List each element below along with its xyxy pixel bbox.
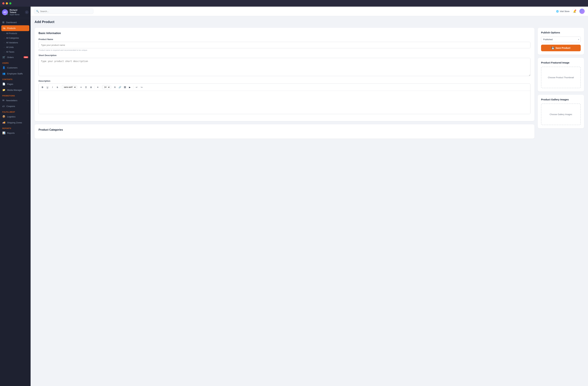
sidebar-item-all-products[interactable]: All Products [0, 31, 31, 36]
sidebar-item-label: Customers [7, 66, 28, 69]
strikethrough-button[interactable]: S̶ [55, 85, 60, 89]
save-icon: 💾 [551, 47, 554, 49]
search-icon: 🔍 [36, 10, 39, 13]
search-input[interactable] [40, 10, 91, 13]
save-product-button[interactable]: 💾 Save Product [541, 45, 581, 51]
sidebar-item-label: Shipping Zones [7, 121, 28, 124]
sidebar-header: RT Richard Toland Super Admin ‹ [0, 7, 31, 18]
page-body: Add Product Basic Information Product Na… [31, 16, 588, 143]
underline-button[interactable]: U [45, 85, 50, 89]
visit-store-link[interactable]: 🌐 Visit Store [556, 10, 569, 13]
sidebar-item-label: Dashboard [6, 21, 28, 24]
unordered-list-button[interactable]: ≡ [79, 85, 83, 89]
undo-button[interactable]: ↩ [134, 85, 139, 89]
notifications-button[interactable]: 🔔 [572, 9, 577, 14]
product-name-label: Product Name [39, 38, 530, 41]
user-avatar-top[interactable] [579, 9, 585, 14]
sidebar-item-all-taxes[interactable]: All Taxes [0, 50, 31, 54]
editor-body[interactable] [39, 91, 530, 114]
sidebar-item-label: Logistics [7, 115, 28, 118]
product-categories-card: Product Categories [35, 124, 534, 139]
featured-image-upload-label: Choose Product Thumbnail [548, 76, 574, 79]
pages-icon: 📄 [2, 83, 5, 86]
link-button[interactable]: 🔗 [118, 85, 122, 89]
sidebar-item-employee-staffs[interactable]: 👥 Employee Staffs [0, 71, 31, 77]
sidebar-item-media-manager[interactable]: 📁 Media Manager [0, 87, 31, 93]
product-categories-title: Product Categories [39, 128, 530, 131]
sidebar-item-dashboard[interactable]: ⊞ Dashboard [0, 19, 31, 25]
sidebar-item-orders[interactable]: 🛒 Orders New [0, 54, 31, 60]
sidebar-item-all-units[interactable]: All Units [0, 45, 31, 50]
video-button[interactable]: ▶ [128, 85, 132, 89]
sidebar-item-products[interactable]: 🛍 Products › [1, 25, 29, 31]
redo-button[interactable]: ↪ [139, 85, 144, 89]
sidebar-item-customers[interactable]: 👤 Customers [0, 65, 31, 71]
window-chrome [0, 0, 588, 7]
sidebar-item-all-variations[interactable]: All Variations [0, 40, 31, 45]
font-color-button[interactable]: A [113, 85, 117, 89]
coupons-icon: 🏷 [2, 105, 5, 108]
image-button[interactable]: 🖼 [123, 85, 127, 89]
topbar: 🔍 🌐 Visit Store 🔔 [31, 7, 588, 16]
publish-status-select[interactable]: Published Draft Pending [541, 37, 581, 42]
sidebar-item-newsletters[interactable]: ✉ Newsletters › [0, 97, 31, 103]
logistics-icon: 📦 [2, 115, 5, 118]
publish-options-title: Publish Options [541, 31, 581, 34]
products-icon: 🛍 [3, 27, 5, 30]
sidebar-item-label: Reports [7, 132, 26, 134]
all-products-label: All Products [6, 32, 17, 35]
all-categories-label: All Categories [6, 37, 19, 39]
sidebar-item-all-categories[interactable]: All Categories [0, 36, 31, 40]
topbar-right: 🌐 Visit Store 🔔 [556, 9, 585, 14]
sidebar-item-label: Newsletters [6, 99, 26, 102]
gallery-images-upload[interactable]: Choose Gallery Images [541, 104, 581, 125]
bold-button[interactable]: B [40, 85, 45, 89]
chevron-right-icon: › [28, 100, 28, 101]
sidebar-item-reports[interactable]: 📊 Reports › [0, 130, 31, 136]
newsletters-icon: ✉ [2, 99, 4, 102]
align-button[interactable]: ⊞ [89, 85, 93, 89]
notification-dot [575, 10, 576, 11]
toolbar-separator [94, 86, 94, 89]
short-description-label: Short Description [39, 54, 530, 57]
toolbar-separator [111, 86, 112, 89]
product-name-input[interactable] [39, 42, 530, 48]
description-label: Description [39, 80, 530, 82]
all-units-label: All Units [6, 46, 14, 48]
sparkle-button[interactable]: ✦ [96, 85, 100, 89]
sidebar-item-pages[interactable]: 📄 Pages [0, 81, 31, 87]
maximize-button[interactable] [9, 2, 11, 4]
rich-text-editor: B U I S̶ sans-serif ≡ [39, 84, 530, 114]
right-column: Publish Options Published Draft Pending … [538, 28, 584, 139]
customers-icon: 👤 [2, 66, 5, 69]
font-family-select[interactable]: sans-serif [62, 85, 76, 89]
sidebar-collapse-button[interactable]: ‹ [25, 10, 29, 14]
close-button[interactable] [2, 2, 4, 4]
users-section-label: USERS [0, 60, 31, 65]
ordered-list-button[interactable]: ☰ [84, 85, 88, 89]
toolbar-separator [78, 86, 78, 89]
short-description-textarea[interactable] [39, 58, 530, 76]
featured-image-upload[interactable]: Choose Product Thumbnail [541, 67, 581, 88]
sidebar-item-label: Orders [7, 56, 22, 59]
editor-toolbar: B U I S̶ sans-serif ≡ [39, 84, 530, 91]
online-indicator [7, 14, 8, 15]
media-icon: 📁 [2, 88, 5, 91]
italic-button[interactable]: I [50, 85, 55, 89]
orders-icon: 🛒 [2, 56, 5, 59]
orders-badge: New [23, 56, 28, 58]
left-column: Basic Information Product Name Product n… [35, 28, 534, 139]
sidebar-item-label: Coupons [6, 105, 28, 107]
dashboard-icon: ⊞ [2, 21, 4, 24]
fulfillment-section-label: FULFILLMENT [0, 109, 31, 114]
featured-image-card: Product Featured Image Choose Product Th… [538, 58, 584, 91]
products-submenu: All Products All Categories All Variatio… [0, 31, 31, 54]
sidebar-item-coupons[interactable]: 🏷 Coupons [0, 103, 31, 109]
promotions-section-label: PROMOTIONS [0, 93, 31, 97]
sidebar-item-logistics[interactable]: 📦 Logistics [0, 114, 31, 120]
sidebar-item-shipping-zones[interactable]: 🚚 Shipping Zones [0, 120, 31, 126]
short-description-group: Short Description [39, 54, 530, 77]
minimize-button[interactable] [6, 2, 8, 4]
font-size-select[interactable]: 14 [102, 85, 110, 89]
publish-options-card: Publish Options Published Draft Pending … [538, 28, 584, 55]
